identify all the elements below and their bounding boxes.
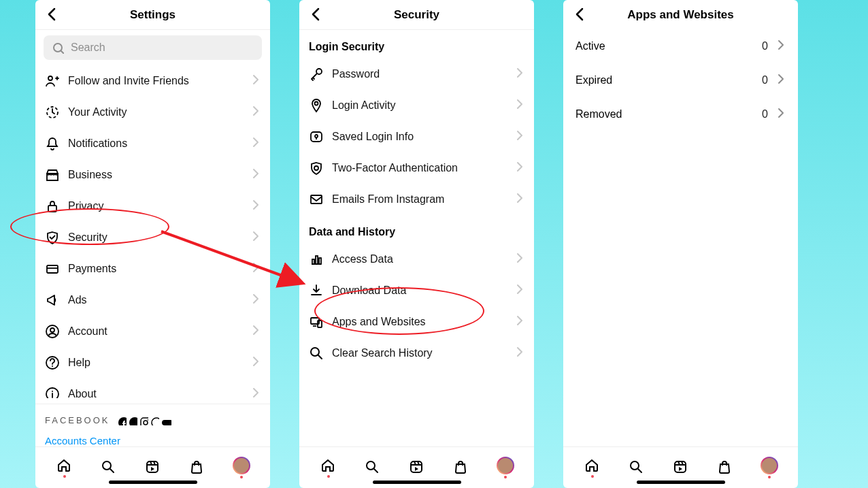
search-tab[interactable] [626,459,648,476]
back-button[interactable] [573,6,588,25]
devices-icon [309,314,324,329]
profile-tab[interactable] [231,457,252,478]
menu-label: Security [68,231,250,244]
home-indicator[interactable] [637,481,725,484]
chevron-right-icon [250,167,261,183]
chevron-right-icon [775,72,786,88]
count-value: 0 [762,74,768,86]
menu-label: Privacy [68,200,250,212]
accounts-center-link[interactable]: Accounts Center [35,435,270,446]
menu-item-access-data[interactable]: Access Data [299,244,534,275]
shield-icon [45,230,60,245]
chevron-right-icon [514,191,524,208]
apps-websites-screen: Apps and Websites Active0Expired0Removed… [563,0,798,488]
count-value: 0 [762,40,768,52]
person-plus-icon [45,74,60,88]
chevron-right-icon [250,261,261,277]
shop-tab[interactable] [450,459,472,476]
menu-label: Password [332,68,514,80]
home-tab[interactable] [318,457,339,478]
home-indicator[interactable] [373,481,461,484]
facebook-brand: FACEBOOK [35,404,270,428]
chevron-right-icon [514,251,524,267]
list-item-expired[interactable]: Expired0 [563,63,798,97]
chevron-right-icon [250,73,261,89]
menu-label: Login Activity [332,99,514,112]
home-tab[interactable] [582,457,603,478]
menu-label: Apps and Websites [332,316,514,328]
menu-label: Two-Factor Authentication [332,162,514,174]
card-icon [45,261,60,276]
search-input[interactable]: Search [44,35,262,60]
menu-item-account[interactable]: Account [35,316,270,347]
reels-tab[interactable] [406,459,428,476]
menu-item-help[interactable]: Help [35,347,270,378]
chevron-right-icon [514,345,524,361]
instagram-icon [140,417,148,425]
menu-item-business[interactable]: Business [35,159,270,191]
header: Security [299,0,534,30]
chevron-right-icon [250,135,261,152]
search-tab[interactable] [98,459,120,476]
menu-label: Your Activity [68,106,250,118]
back-button[interactable] [45,6,60,25]
reels-tab[interactable] [142,459,164,476]
menu-item-notifications[interactable]: Notifications [35,128,270,159]
bell-icon [45,136,60,151]
menu-label: Saved Login Info [332,131,514,143]
reels-tab[interactable] [670,459,692,476]
storefront-icon [45,167,60,182]
list-label: Expired [575,74,762,86]
menu-item-two-factor-authentication[interactable]: Two-Factor Authentication [299,152,534,184]
search-placeholder: Search [71,42,105,54]
chevron-right-icon [775,106,786,123]
download-icon [309,283,324,298]
info-icon [45,387,60,398]
search-icon [309,346,324,361]
menu-item-your-activity[interactable]: Your Activity [35,97,270,128]
lock-icon [45,199,60,214]
chevron-right-icon [250,355,261,371]
chevron-right-icon [514,160,524,176]
menu-item-payments[interactable]: Payments [35,253,270,284]
home-tab[interactable] [54,457,76,478]
back-button[interactable] [309,6,324,25]
list-label: Active [575,40,762,52]
profile-tab[interactable] [758,457,780,478]
shop-tab[interactable] [714,459,736,476]
menu-item-emails-from-instagram[interactable]: Emails From Instagram [299,184,534,215]
help-icon [45,355,60,370]
section-header: Data and History [299,215,534,244]
menu-label: Follow and Invite Friends [68,75,250,87]
menu-label: Clear Search History [332,347,514,359]
keyhole-icon [309,129,324,144]
shop-tab[interactable] [186,459,208,476]
profile-tab[interactable] [495,457,516,478]
menu-item-ads[interactable]: Ads [35,284,270,316]
security-screen: Security Login SecurityPasswordLogin Act… [299,0,534,488]
account-icon [45,324,60,339]
list-item-active[interactable]: Active0 [563,29,798,63]
menu-item-login-activity[interactable]: Login Activity [299,90,534,121]
settings-screen: Settings Search Follow and Invite Friend… [35,0,270,488]
menu-item-apps-and-websites[interactable]: Apps and Websites [299,306,534,338]
barchart-icon [309,252,324,267]
chevron-right-icon [250,229,261,246]
menu-item-security[interactable]: Security [35,222,270,253]
menu-item-download-data[interactable]: Download Data [299,275,534,306]
menu-item-clear-search-history[interactable]: Clear Search History [299,338,534,369]
chevron-right-icon [250,386,261,398]
key-icon [309,67,324,82]
list-item-removed[interactable]: Removed0 [563,97,798,131]
menu-item-privacy[interactable]: Privacy [35,191,270,222]
menu-item-about[interactable]: About [35,378,270,398]
home-indicator[interactable] [109,481,197,484]
menu-label: Payments [68,263,250,275]
menu-item-follow-and-invite-friends[interactable]: Follow and Invite Friends [35,65,270,97]
menu-item-password[interactable]: Password [299,59,534,90]
clock-icon [45,105,60,120]
chevron-right-icon [514,314,524,330]
menu-item-saved-login-info[interactable]: Saved Login Info [299,121,534,152]
search-tab[interactable] [362,459,384,476]
chevron-right-icon [250,104,261,120]
